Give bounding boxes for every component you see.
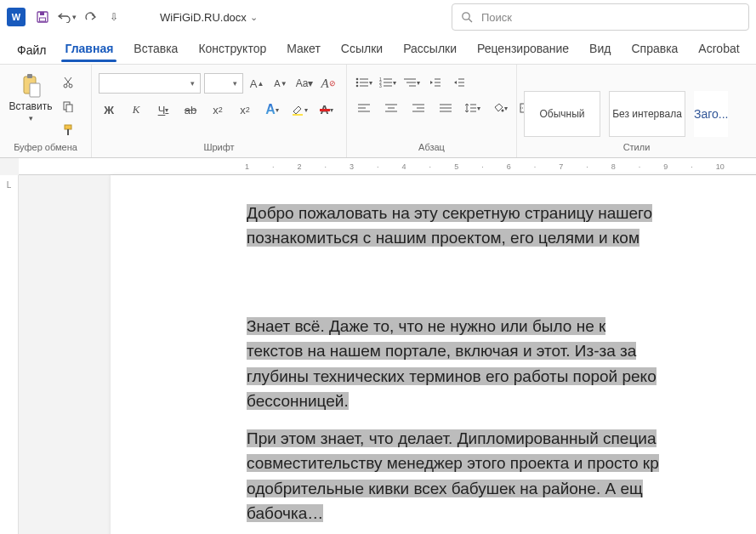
align-center-button[interactable] bbox=[381, 99, 401, 117]
multilevel-icon bbox=[403, 77, 417, 88]
tab-mailings[interactable]: Рассылки bbox=[393, 37, 467, 64]
tab-home[interactable]: Главная bbox=[54, 37, 123, 64]
svg-point-17 bbox=[356, 78, 359, 81]
outdent-button[interactable] bbox=[425, 73, 446, 92]
underline-button[interactable]: Ч▾ bbox=[153, 100, 173, 119]
style-normal[interactable]: Обычный bbox=[524, 91, 600, 137]
svg-line-4 bbox=[469, 19, 472, 22]
svg-rect-6 bbox=[27, 74, 32, 78]
title-bar: W ▾ ⇩ WiFiGiD.RU.docx ⌄ Поиск bbox=[0, 0, 756, 34]
svg-rect-2 bbox=[40, 18, 46, 21]
svg-rect-7 bbox=[30, 83, 40, 97]
align-left-button[interactable] bbox=[354, 99, 374, 117]
ribbon: Вставить ▾ Буфер обмена ▾ ▾ A▲ A▼ Aa▾ A⊘ bbox=[0, 65, 756, 158]
tab-view[interactable]: Вид bbox=[579, 37, 621, 64]
font-size-combo[interactable]: ▾ bbox=[204, 73, 243, 94]
align-right-icon bbox=[412, 104, 424, 112]
page[interactable]: Добро пожаловать на эту секретную страни… bbox=[111, 175, 756, 534]
svg-point-9 bbox=[69, 84, 72, 88]
font-color-button[interactable]: A▾ bbox=[316, 100, 337, 119]
multilevel-button[interactable]: ▾ bbox=[401, 73, 422, 92]
cut-icon bbox=[62, 77, 74, 88]
tab-review[interactable]: Рецензирование bbox=[467, 37, 579, 64]
font-label: Шрифт bbox=[99, 140, 339, 156]
italic-button[interactable]: К bbox=[126, 100, 146, 119]
clear-format-button[interactable]: A⊘ bbox=[318, 74, 338, 93]
svg-point-19 bbox=[356, 82, 359, 84]
undo-icon bbox=[56, 11, 71, 23]
style-heading[interactable]: Заго... bbox=[694, 91, 728, 137]
save-icon bbox=[36, 10, 49, 24]
svg-rect-15 bbox=[67, 129, 69, 135]
redo-button[interactable] bbox=[78, 5, 102, 29]
superscript-button[interactable]: x2 bbox=[235, 100, 255, 119]
align-justify-button[interactable] bbox=[435, 99, 456, 117]
copy-button[interactable] bbox=[58, 97, 78, 116]
brush-icon bbox=[62, 124, 74, 136]
undo-button[interactable]: ▾ bbox=[54, 5, 78, 29]
quickaccess-more[interactable]: ⇩ bbox=[102, 5, 126, 29]
group-paragraph: ▾ 123▾ ▾ ▾ ▾ ▾ А↓ ¶ А bbox=[347, 65, 517, 157]
align-justify-icon bbox=[440, 104, 452, 112]
subscript-button[interactable]: x2 bbox=[207, 100, 228, 119]
copy-icon bbox=[62, 100, 74, 112]
font-name-combo[interactable]: ▾ bbox=[99, 73, 201, 94]
line-spacing-button[interactable]: ▾ bbox=[463, 99, 483, 117]
tab-design[interactable]: Конструктор bbox=[188, 37, 276, 64]
indent-button[interactable] bbox=[449, 73, 469, 92]
paste-label: Вставить bbox=[9, 100, 53, 112]
outdent-icon bbox=[429, 77, 441, 88]
search-box[interactable]: Поиск bbox=[452, 3, 749, 31]
horizontal-ruler[interactable]: 1 · 2 · 3 · 4 · 5 · 6 · 7 · 8 · 9 · 10 bbox=[19, 158, 756, 175]
group-clipboard: Вставить ▾ Буфер обмена bbox=[0, 65, 92, 157]
style-nospacing[interactable]: Без интервала bbox=[609, 91, 685, 137]
numbering-button[interactable]: 123▾ bbox=[378, 73, 398, 92]
tab-acrobat[interactable]: Acrobat bbox=[688, 37, 749, 64]
svg-text:3: 3 bbox=[379, 83, 382, 88]
tab-help[interactable]: Справка bbox=[621, 37, 688, 64]
bucket-icon bbox=[492, 103, 504, 113]
shading-button[interactable]: ▾ bbox=[490, 99, 510, 117]
search-placeholder: Поиск bbox=[481, 11, 512, 24]
redo-icon bbox=[83, 11, 97, 23]
blank-area bbox=[272, 263, 680, 302]
document-body[interactable]: Добро пожаловать на эту секретную страни… bbox=[247, 201, 756, 534]
tab-file[interactable]: Файл bbox=[9, 38, 54, 64]
cut-button[interactable] bbox=[58, 73, 78, 92]
clipboard-label: Буфер обмена bbox=[7, 140, 84, 156]
svg-rect-16 bbox=[293, 114, 303, 116]
paste-button[interactable]: Вставить ▾ bbox=[7, 70, 54, 122]
grow-font-button[interactable]: A▲ bbox=[247, 74, 267, 93]
document-area: L Добро пожаловать на эту секретную стра… bbox=[0, 175, 756, 534]
change-case-button[interactable]: Aa▾ bbox=[294, 74, 315, 93]
group-styles: Обычный Без интервала Заго... Стили bbox=[517, 65, 756, 157]
tab-references[interactable]: Ссылки bbox=[331, 37, 393, 64]
highlight-button[interactable]: ▾ bbox=[289, 100, 310, 119]
svg-point-8 bbox=[64, 84, 67, 88]
highlight-icon bbox=[291, 103, 304, 116]
ribbon-tabs: Файл Главная Вставка Конструктор Макет С… bbox=[0, 34, 756, 65]
numbering-icon: 123 bbox=[379, 77, 393, 88]
strike-button[interactable]: ab bbox=[180, 100, 201, 119]
align-right-button[interactable] bbox=[408, 99, 429, 117]
bullets-icon bbox=[355, 77, 369, 88]
bullets-button[interactable]: ▾ bbox=[354, 73, 374, 92]
styles-label: Стили bbox=[524, 140, 749, 156]
svg-rect-1 bbox=[40, 12, 44, 15]
chevron-down-icon: ⌄ bbox=[250, 12, 258, 23]
save-button[interactable] bbox=[31, 5, 54, 29]
text-effects-button[interactable]: A▾ bbox=[262, 100, 282, 119]
app-icon: W bbox=[7, 8, 26, 26]
bold-button[interactable]: Ж bbox=[99, 100, 119, 119]
indent-icon bbox=[453, 77, 465, 88]
document-title[interactable]: WiFiGiD.RU.docx ⌄ bbox=[160, 11, 258, 24]
vertical-ruler[interactable]: L bbox=[0, 175, 19, 534]
tab-layout[interactable]: Макет bbox=[276, 37, 331, 64]
shrink-font-button[interactable]: A▼ bbox=[270, 74, 291, 93]
align-left-icon bbox=[358, 104, 370, 112]
format-painter-button[interactable] bbox=[58, 121, 78, 139]
search-icon bbox=[461, 11, 473, 23]
tab-insert[interactable]: Вставка bbox=[123, 37, 188, 64]
svg-point-3 bbox=[463, 13, 469, 20]
svg-rect-13 bbox=[66, 105, 72, 112]
